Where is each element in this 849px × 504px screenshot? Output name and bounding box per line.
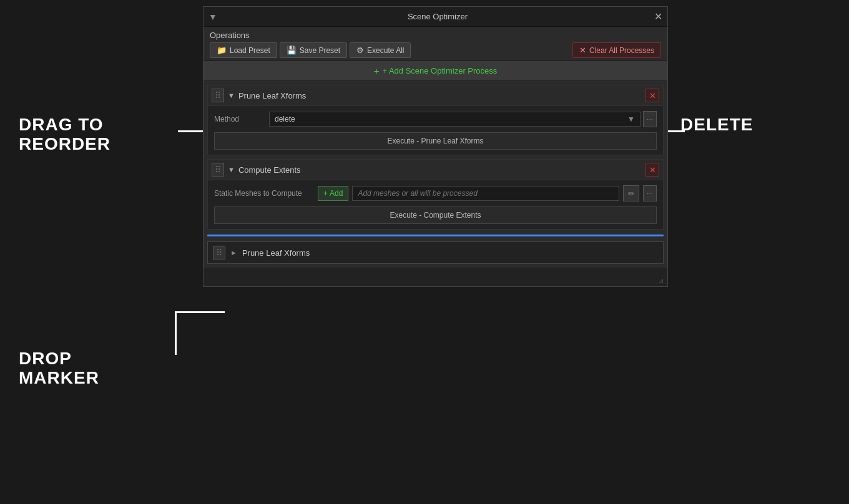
drag-handle-prune[interactable]: ⠿	[212, 89, 224, 102]
execute-compute-label: Execute - Compute Extents	[390, 211, 481, 220]
scene-optimizer-window: ▼ Scene Optimizer ✕ Operations 📁 Load Pr…	[203, 6, 668, 287]
static-meshes-label: Static Meshes to Compute	[214, 189, 314, 198]
clear-all-label: Clear All Processes	[589, 46, 654, 55]
static-meshes-row: Static Meshes to Compute + Add ✏ ⋯	[214, 185, 657, 201]
process-card-compute-extents: ⠿ ▼ Compute Extents ✕ Static Meshes to C…	[207, 159, 664, 230]
drag-handle-dragging[interactable]: ⠿	[213, 246, 225, 259]
process-header-prune: ⠿ ▼ Prune Leaf Xforms ✕	[208, 85, 663, 106]
method-options-button[interactable]: ⋯	[643, 111, 657, 127]
method-field-row: Method delete ▼ ⋯	[214, 111, 657, 127]
x-icon: ✕	[579, 46, 586, 55]
dropdown-arrow-icon: ▼	[627, 115, 635, 124]
delete-compute-button[interactable]: ✕	[645, 163, 659, 177]
execute-prune-button[interactable]: Execute - Prune Leaf Xforms	[214, 132, 657, 150]
plus-icon: +	[374, 65, 380, 76]
arrow-drop-h	[175, 311, 225, 313]
drag-handle-compute[interactable]: ⠿	[212, 163, 224, 177]
save-icon: 💾	[287, 46, 297, 55]
drop-marker	[207, 235, 664, 236]
process-header-compute: ⠿ ▼ Compute Extents ✕	[208, 160, 663, 180]
load-preset-button[interactable]: 📁 Load Preset	[210, 42, 277, 58]
arrow-drop-v	[175, 311, 177, 355]
process-title-dragging: Prune Leaf Xforms	[242, 248, 658, 258]
edit-mesh-button[interactable]: ✏	[623, 185, 639, 201]
pencil-icon: ✏	[628, 189, 635, 198]
folder-icon: 📁	[217, 46, 227, 55]
mesh-input-field[interactable]	[352, 186, 619, 201]
add-process-label: + Add Scene Optimizer Process	[382, 66, 497, 75]
execute-compute-button[interactable]: Execute - Compute Extents	[214, 206, 657, 224]
load-preset-label: Load Preset	[230, 46, 270, 55]
process-title-compute: Compute Extents	[238, 165, 642, 175]
execute-all-label: Execute All	[367, 46, 404, 55]
clear-all-button[interactable]: ✕ Clear All Processes	[572, 42, 661, 58]
titlebar: ▼ Scene Optimizer ✕	[204, 7, 667, 27]
window-title: Scene Optimizer	[221, 12, 654, 21]
add-scene-optimizer-process-button[interactable]: + + Add Scene Optimizer Process	[204, 61, 667, 81]
collapse-arrow-dragging[interactable]: ►	[230, 249, 237, 256]
method-value: delete	[275, 115, 295, 124]
annotation-delete: DELETE	[680, 115, 753, 135]
method-dropdown-wrap: delete ▼ ⋯	[269, 111, 657, 127]
process-title-prune: Prune Leaf Xforms	[238, 91, 642, 100]
ops-buttons-row: 📁 Load Preset 💾 Save Preset ⚙ Execute Al…	[210, 42, 661, 58]
save-preset-button[interactable]: 💾 Save Preset	[280, 42, 347, 58]
resize-handle-icon[interactable]: ⊿	[659, 278, 666, 285]
process-card-prune-leaf-xforms: ⠿ ▼ Prune Leaf Xforms ✕ Method delete ▼ …	[207, 85, 664, 155]
collapse-arrow-compute[interactable]: ▼	[228, 166, 235, 173]
process-header-dragging: ⠿ ► Prune Leaf Xforms	[208, 242, 663, 263]
execute-all-button[interactable]: ⚙ Execute All	[350, 42, 411, 58]
execute-prune-label: Execute - Prune Leaf Xforms	[387, 137, 483, 145]
mesh-options-button[interactable]: ⋯	[643, 185, 657, 201]
method-dropdown[interactable]: delete ▼	[269, 112, 640, 127]
close-button[interactable]: ✕	[654, 12, 662, 22]
delete-prune-button[interactable]: ✕	[645, 89, 659, 102]
plus-icon-mesh: +	[323, 189, 328, 198]
operations-label: Operations	[210, 31, 661, 40]
annotation-drop-marker: DROP MARKER	[19, 349, 99, 388]
process-body-compute: Static Meshes to Compute + Add ✏ ⋯ Execu…	[208, 180, 663, 229]
bottom-bar: ⊿	[204, 268, 667, 286]
collapse-arrow-prune[interactable]: ▼	[228, 92, 235, 99]
save-preset-label: Save Preset	[300, 46, 340, 55]
annotation-drag-reorder: DRAG TO REORDER	[19, 115, 110, 154]
operations-bar: Operations 📁 Load Preset 💾 Save Preset ⚙…	[204, 27, 667, 61]
process-card-dragging: ⠿ ► Prune Leaf Xforms	[207, 241, 664, 264]
gear-icon: ⚙	[356, 46, 364, 55]
add-label: Add	[330, 189, 343, 198]
titlebar-icon: ▼	[209, 12, 217, 22]
process-body-prune: Method delete ▼ ⋯ Execute - Prune Leaf X…	[208, 106, 663, 155]
method-label: Method	[214, 115, 264, 124]
process-list: ⠿ ▼ Prune Leaf Xforms ✕ Method delete ▼ …	[204, 81, 667, 268]
add-mesh-button[interactable]: + Add	[318, 186, 348, 201]
